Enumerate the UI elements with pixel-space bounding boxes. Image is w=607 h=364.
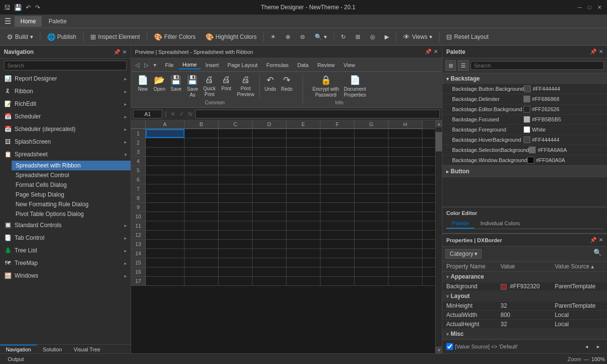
ribbon-btn-print[interactable]: 🖨 Print — [219, 74, 234, 93]
cell-A14[interactable] — [146, 249, 185, 258]
cell-A17[interactable] — [146, 277, 185, 285]
save-icon[interactable]: 🖫 — [4, 4, 10, 11]
cell-E6[interactable] — [287, 175, 320, 184]
cell-H10[interactable] — [388, 212, 422, 221]
sidebar-item-scheduler-deprecated[interactable]: 📅 Scheduler (deprecated) ▸ — [0, 123, 131, 135]
nav-pin-icon[interactable]: 📌 — [114, 49, 120, 55]
sidebar-item-scheduler[interactable]: 📅 Scheduler ▸ — [0, 110, 131, 123]
cell-G17[interactable] — [354, 277, 388, 285]
cell-A9[interactable] — [146, 203, 185, 212]
cell-B10[interactable] — [185, 212, 219, 221]
scroll-down-btn[interactable]: ▾ — [436, 347, 442, 353]
tab-visual-tree[interactable]: Visual Tree — [68, 345, 106, 353]
cell-C16[interactable] — [219, 267, 253, 276]
cell-D15[interactable] — [253, 258, 287, 267]
cell-H17[interactable] — [388, 277, 422, 285]
palette-grid-view-btn[interactable]: ⊞ — [445, 60, 456, 71]
cell-E16[interactable] — [287, 267, 320, 276]
cell-A13[interactable] — [146, 240, 185, 248]
refresh-button[interactable]: ↻ — [337, 32, 350, 42]
reset-layout-button[interactable]: ⊟ Reset Layout — [442, 32, 492, 42]
category-button[interactable]: Category ▾ — [445, 249, 482, 259]
palette-pin-icon[interactable]: 📌 — [590, 49, 597, 55]
footer-prev-btn[interactable]: ◂ — [582, 342, 591, 351]
prop-row-minheight[interactable]: MinHeight 32 ParentTemplate — [442, 301, 607, 311]
prop-minheight-value[interactable]: 32 — [497, 301, 551, 311]
cell-H13[interactable] — [388, 240, 422, 248]
scroll-track-v[interactable] — [436, 127, 442, 347]
sidebar-item-format-cells[interactable]: Format Cells Dialog — [12, 180, 131, 190]
sidebar-item-report-designer[interactable]: 📊 Report Designer ▸ — [0, 72, 131, 85]
cell-A3[interactable] — [146, 148, 185, 156]
cell-F2[interactable] — [320, 138, 354, 147]
tree-row-window-bg[interactable]: Backstage.Window.Background #FF0A0A0A — [442, 155, 607, 165]
cell-F9[interactable] — [320, 203, 354, 212]
build-dropdown-icon[interactable]: ▾ — [30, 33, 33, 40]
cell-B16[interactable] — [185, 267, 219, 276]
cell-C17[interactable] — [219, 277, 253, 285]
prop-row-actualwidth[interactable]: ActualWidth 800 Local — [442, 311, 607, 320]
views-button[interactable]: 👁 Views ▾ — [399, 32, 436, 42]
ribbon-nav-fwd[interactable]: ▷ — [142, 61, 151, 69]
cell-B13[interactable] — [185, 240, 219, 248]
cell-A12[interactable] — [146, 231, 185, 239]
cell-B9[interactable] — [185, 203, 219, 212]
zoom-in-button[interactable]: ⊕ — [282, 32, 294, 42]
ribbon-tab-file[interactable]: File — [161, 61, 178, 69]
sidebar-item-treemap[interactable]: 🗺 TreeMap ▸ — [0, 257, 131, 269]
cell-G10[interactable] — [354, 212, 388, 221]
cell-C6[interactable] — [219, 175, 253, 184]
ribbon-tab-page-layout[interactable]: Page Layout — [224, 61, 262, 69]
ribbon-btn-redo[interactable]: ↷ Redo — [279, 74, 295, 93]
formula-cancel-icon[interactable]: ✕ — [170, 111, 175, 117]
fingerprint-button[interactable]: ◎ — [366, 32, 379, 42]
menu-tab-palette[interactable]: Palette — [43, 16, 72, 27]
cell-B4[interactable] — [185, 157, 219, 165]
cell-F16[interactable] — [320, 267, 354, 276]
cell-H16[interactable] — [388, 267, 422, 276]
cell-E15[interactable] — [287, 258, 320, 267]
cell-B8[interactable] — [185, 194, 219, 202]
cell-H12[interactable] — [388, 231, 422, 239]
cell-G14[interactable] — [354, 249, 388, 258]
sidebar-item-tree-list[interactable]: 🌲 Tree List ▸ — [0, 244, 131, 257]
nav-close-icon[interactable]: ✕ — [122, 49, 127, 55]
cell-E2[interactable] — [287, 138, 320, 147]
zoom-out-button[interactable]: ⊖ — [296, 32, 309, 42]
close-button[interactable]: ✕ — [595, 3, 603, 11]
cell-A5[interactable] — [146, 166, 185, 175]
cell-F5[interactable] — [320, 166, 354, 175]
cell-A11[interactable] — [146, 221, 185, 230]
cell-A2[interactable] — [146, 138, 185, 147]
cell-A6[interactable] — [146, 175, 185, 184]
ribbon-nav-menu[interactable]: ▾ — [152, 61, 158, 69]
cell-G5[interactable] — [354, 166, 388, 175]
cell-C10[interactable] — [219, 212, 253, 221]
cell-C12[interactable] — [219, 231, 253, 239]
cell-C13[interactable] — [219, 240, 253, 248]
cell-A7[interactable] — [146, 184, 185, 193]
prop-actualheight-value[interactable]: 32 — [497, 320, 551, 329]
redo-icon[interactable]: ↷ — [35, 4, 40, 11]
cell-A15[interactable] — [146, 258, 185, 267]
ribbon-btn-print-preview[interactable]: 🖨 Print Preview — [235, 74, 256, 99]
cell-A10[interactable] — [146, 212, 185, 221]
cell-D16[interactable] — [253, 267, 287, 276]
sidebar-item-richedit[interactable]: 📝 RichEdit ▸ — [0, 98, 131, 110]
cell-G16[interactable] — [354, 267, 388, 276]
ribbon-btn-undo[interactable]: ↶ Undo — [263, 74, 278, 93]
cell-D3[interactable] — [253, 148, 287, 156]
preview-close-icon[interactable]: ✕ — [434, 49, 438, 55]
cell-G12[interactable] — [354, 231, 388, 239]
ribbon-btn-open[interactable]: 📂 Open — [152, 74, 167, 93]
prop-background-value[interactable]: #FF932320 — [497, 282, 551, 291]
palette-search-input[interactable] — [471, 61, 604, 70]
cell-G1[interactable] — [354, 129, 388, 138]
value-source-filter-checkbox[interactable] — [446, 343, 453, 350]
cell-G4[interactable] — [354, 157, 388, 165]
cell-A1[interactable] — [146, 129, 185, 138]
cell-B11[interactable] — [185, 221, 219, 230]
cell-H5[interactable] — [388, 166, 422, 175]
cell-D12[interactable] — [253, 231, 287, 239]
cell-F7[interactable] — [320, 184, 354, 193]
